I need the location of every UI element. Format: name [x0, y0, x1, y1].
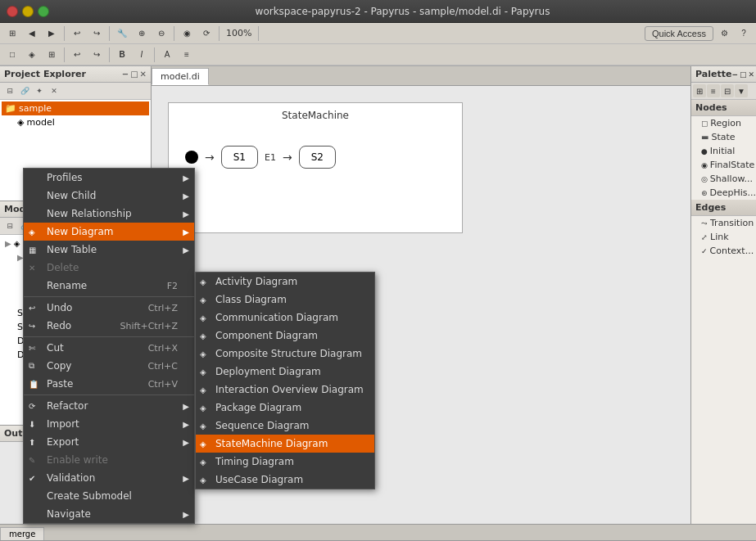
cm-copy-label: Copy — [47, 360, 71, 372]
toolbar2-btn-4[interactable]: ↩ — [68, 47, 86, 63]
cm-redo[interactable]: ↪ Redo Shift+Ctrl+Z — [24, 317, 194, 335]
toolbar2-sep-3 — [154, 47, 155, 62]
toolbar-btn-5[interactable]: ↪ — [88, 25, 106, 42]
toolbar-btn-4[interactable]: ↩ — [68, 25, 86, 42]
toolbar2-btn-align[interactable]: ≡ — [178, 47, 196, 63]
maximize-button[interactable] — [38, 6, 49, 17]
palette-link[interactable]: ⤢ Link — [691, 230, 756, 244]
cm-refactor[interactable]: ⟳ Refactor ▶ — [24, 397, 194, 415]
toolbar2-btn-2[interactable]: ◈ — [23, 47, 41, 63]
sm-timing-diagram[interactable]: ◈ Timing Diagram — [196, 453, 374, 471]
cm-create-submodel[interactable]: Create Submodel — [24, 487, 194, 505]
palette-tool-4[interactable]: ▼ — [735, 84, 748, 97]
nodes-section-header[interactable]: Nodes — [691, 100, 756, 116]
cm-cut[interactable]: ✄ Cut Ctrl+X — [24, 339, 194, 357]
cm-validation[interactable]: ✔ Validation ▶ — [24, 469, 194, 487]
toolbar2-btn-b[interactable]: B — [113, 47, 131, 63]
sm-component-diagram[interactable]: ◈ Component Diagram — [196, 327, 374, 345]
collapse-all-icon[interactable]: ⊟ — [3, 84, 16, 97]
tree-item-model[interactable]: ◈ model — [2, 115, 149, 129]
sm-sequence-diagram[interactable]: ◈ Sequence Diagram — [196, 417, 374, 435]
link-editor-icon[interactable]: 🔗 — [18, 84, 31, 97]
palette-tool-1[interactable]: ⊞ — [693, 84, 706, 97]
toolbar-btn-10[interactable]: ⟳ — [197, 25, 215, 42]
edges-section-header[interactable]: Edges — [691, 200, 756, 216]
cm-new-table[interactable]: ▦ New Table ▶ — [24, 241, 194, 259]
cm-ew-icon: ✎ — [29, 456, 35, 465]
sm-class-diagram[interactable]: ◈ Class Diagram — [196, 291, 374, 309]
toolbar-btn-9[interactable]: ◉ — [178, 25, 196, 42]
palette-tool-2[interactable]: ≡ — [707, 84, 720, 97]
sm-component-label: Component Diagram — [215, 330, 318, 341]
toolbar2-btn-3[interactable]: ⊞ — [43, 47, 61, 63]
toolbar2-btn-1[interactable]: □ — [3, 47, 21, 63]
sm-composite-icon: ◈ — [200, 349, 206, 358]
palette-state[interactable]: ▬ State — [691, 130, 756, 144]
cm-paste[interactable]: 📋 Paste Ctrl+V — [24, 375, 194, 393]
toolbar-btn-6[interactable]: 🔧 — [113, 25, 131, 42]
cm-cut-icon: ✄ — [29, 344, 35, 353]
cm-undo[interactable]: ↩ Undo Ctrl+Z — [24, 299, 194, 317]
toolbar2-btn-5[interactable]: ↪ — [88, 47, 106, 63]
cm-copy-icon: ⧉ — [29, 361, 34, 371]
cm-new-relationship[interactable]: New Relationship ▶ — [24, 205, 194, 223]
quick-access-button[interactable]: Quick Access — [645, 26, 713, 41]
cm-import[interactable]: ⬇ Import ▶ — [24, 415, 194, 433]
maximize-panel-icon[interactable]: □ — [130, 70, 138, 79]
palette-close-icon[interactable]: ✕ — [748, 70, 754, 79]
close-panel-icon[interactable]: ✕ — [140, 70, 147, 79]
close-button[interactable] — [7, 6, 18, 17]
cm-copy[interactable]: ⧉ Copy Ctrl+C — [24, 357, 194, 375]
cm-navigate[interactable]: Navigate ▶ — [24, 505, 194, 523]
project-explorer-header: Project Explorer − □ ✕ — [0, 66, 151, 83]
sm-activity-diagram[interactable]: ◈ Activity Diagram — [196, 273, 374, 291]
palette-finalstate[interactable]: ◉ FinalState — [691, 158, 756, 172]
cm-profiles[interactable]: Profiles ▶ — [24, 169, 194, 187]
cm-new-diagram[interactable]: ◈ New Diagram ▶ — [24, 223, 194, 241]
delete-icon[interactable]: ✕ — [48, 84, 61, 97]
sm-communication-diagram[interactable]: ◈ Communication Diagram — [196, 309, 374, 327]
toolbar-btn-2[interactable]: ◀ — [23, 25, 41, 42]
minimize-button[interactable] — [22, 6, 34, 17]
merge-tab[interactable]: merge — [0, 527, 44, 540]
sm-statemachine-diagram[interactable]: ◈ StateMachine Diagram — [196, 435, 374, 453]
toolbar2-btn-i[interactable]: I — [133, 47, 151, 63]
zoom-label: 100% — [223, 28, 255, 38]
sm-interaction-diagram[interactable]: ◈ Interaction Overview Diagram — [196, 381, 374, 399]
cm-import-arrow: ▶ — [183, 420, 189, 429]
sm-timing-label: Timing Diagram — [215, 456, 294, 467]
cm-rename[interactable]: Rename F2 — [24, 277, 194, 295]
palette-deephis[interactable]: ⊛ DeepHis... — [691, 186, 756, 200]
sm-composite-diagram[interactable]: ◈ Composite Structure Diagram — [196, 345, 374, 363]
cm-profiles-arrow: ▶ — [183, 174, 189, 183]
cm-new-child[interactable]: New Child ▶ — [24, 187, 194, 205]
palette-initial[interactable]: ● Initial — [691, 144, 756, 158]
sm-deployment-diagram[interactable]: ◈ Deployment Diagram — [196, 363, 374, 381]
cm-export-label: Export — [47, 436, 79, 448]
sm-state-s1[interactable]: S1 — [221, 146, 258, 169]
toolbar2-btn-a[interactable]: A — [158, 47, 176, 63]
palette-context[interactable]: ✓ Context... — [691, 244, 756, 258]
palette-min-icon[interactable]: − — [731, 70, 738, 79]
tree-item-sample[interactable]: 📁 sample — [2, 101, 149, 115]
palette-transition[interactable]: ⤳ Transition — [691, 216, 756, 230]
cm-export[interactable]: ⬆ Export ▶ — [24, 433, 194, 451]
tab-model-di[interactable]: model.di — [152, 68, 209, 85]
sm-usecase-diagram[interactable]: ◈ UseCase Diagram — [196, 471, 374, 489]
toolbar-settings-icon[interactable]: ⚙ — [715, 25, 733, 42]
palette-region[interactable]: ◻ Region — [691, 116, 756, 130]
palette-max-icon[interactable]: □ — [740, 70, 747, 79]
toolbar-btn-8[interactable]: ⊖ — [152, 25, 170, 42]
sm-state-s2[interactable]: S2 — [299, 146, 336, 169]
palette-tool-3[interactable]: ⊟ — [721, 84, 734, 97]
me-collapse-icon[interactable]: ⊟ — [3, 219, 16, 232]
palette-shallow[interactable]: ◎ Shallow... — [691, 172, 756, 186]
toolbar-btn-3[interactable]: ▶ — [43, 25, 61, 42]
new-icon[interactable]: ✦ — [33, 84, 46, 97]
sm-package-diagram[interactable]: ◈ Package Diagram — [196, 399, 374, 417]
model-icon: ◈ — [17, 117, 24, 128]
toolbar-help-icon[interactable]: ? — [735, 25, 753, 42]
toolbar-btn-7[interactable]: ⊕ — [133, 25, 151, 42]
toolbar-btn-1[interactable]: ⊞ — [3, 25, 21, 42]
minimize-panel-icon[interactable]: − — [122, 70, 129, 79]
